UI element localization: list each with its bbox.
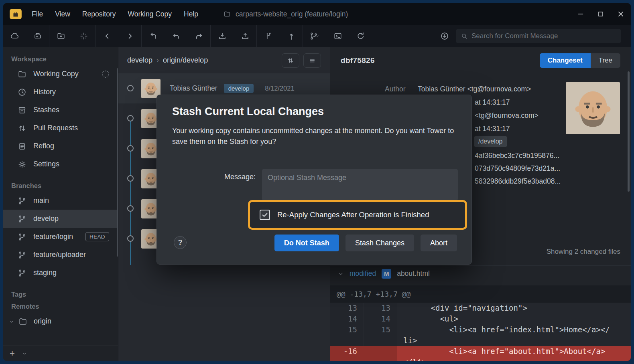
breadcrumb-remote-branch[interactable]: origin/develop (163, 56, 208, 65)
dialog-body: Your working copy contains uncommitted c… (172, 125, 457, 147)
parent-hash: 5832986ddb29f5e3bad08... (475, 177, 561, 186)
sidebar-item-label: Settings (33, 160, 59, 168)
author-time: at 14:31:17 (475, 98, 510, 107)
pull-button[interactable] (211, 25, 234, 47)
search-input[interactable] (471, 32, 616, 40)
reapply-checkbox[interactable] (260, 210, 270, 220)
terminal-icon (333, 32, 342, 40)
head-badge: HEAD (85, 232, 109, 241)
history-icon (18, 88, 26, 97)
git-branch-icon (18, 233, 26, 241)
sparkle-icon (79, 32, 88, 40)
back-button[interactable] (96, 25, 118, 47)
menu-repository[interactable]: Repository (76, 3, 122, 25)
undo-button[interactable] (165, 25, 187, 47)
git-branch-icon (18, 214, 26, 223)
sidebar-item-label: Stashes (33, 106, 59, 114)
sidebar-branch-feature-uploader[interactable]: feature/uploader (3, 246, 118, 264)
help-button[interactable]: ? (174, 236, 187, 249)
open-repo-button[interactable] (49, 25, 72, 47)
sidebar-header-workspace: Workspace (3, 53, 118, 65)
sidebar-footer: + (3, 346, 118, 361)
add-button[interactable]: + (10, 349, 15, 358)
actions-button[interactable] (72, 25, 95, 47)
maximize-button[interactable] (591, 3, 611, 25)
sidebar-item-pull-requests[interactable]: Pull Requests (3, 119, 118, 137)
window-title-group: carparts-website_orig (feature/login) (224, 10, 348, 18)
sidebar: Workspace Working Copy History Stashes P… (3, 47, 118, 361)
sidebar-item-stashes[interactable]: Stashes (3, 101, 118, 119)
commit-search[interactable] (456, 29, 621, 43)
sidebar-header-remotes: Remotes (3, 300, 118, 312)
terminal-button[interactable] (326, 25, 349, 47)
cloud-service-button[interactable] (3, 25, 26, 47)
forward-button[interactable] (118, 25, 141, 47)
fetch-indicator-button[interactable] (433, 25, 456, 47)
file-name: about.html (397, 269, 430, 278)
branch-dropdown-button[interactable] (303, 25, 326, 47)
close-button[interactable] (611, 3, 631, 25)
sidebar-branch-main[interactable]: main (3, 192, 118, 210)
merge-button[interactable] (257, 25, 280, 47)
breadcrumb-branch[interactable]: develop (127, 56, 152, 65)
sidebar-branch-develop[interactable]: develop (3, 210, 118, 228)
sidebar-item-history[interactable]: History (3, 83, 118, 101)
window-controls (571, 3, 631, 25)
local-device-button[interactable] (26, 25, 49, 47)
tab-changeset[interactable]: Changeset (540, 53, 591, 68)
git-branch-icon (18, 269, 26, 277)
forward-icon (126, 32, 134, 40)
diff-code: <ul> (397, 313, 631, 324)
details-header: dbf75826 Changeset Tree (330, 47, 631, 74)
menu-working-copy[interactable]: Working Copy (122, 3, 178, 25)
commit-node-icon (127, 115, 134, 121)
menu-file[interactable]: File (26, 3, 49, 25)
sidebar-remote-origin[interactable]: origin (3, 312, 118, 330)
menu-view[interactable]: View (49, 3, 76, 25)
sidebar-branch-staging[interactable]: staging (3, 264, 118, 282)
chevron-down-icon[interactable] (22, 351, 27, 356)
do-not-stash-button[interactable]: Do Not Stash (274, 235, 339, 251)
sidebar-scrollbar[interactable] (117, 68, 118, 257)
view-toggle: Changeset Tree (540, 53, 620, 68)
dialog-title: Stash Current Local Changes (172, 105, 324, 118)
sidebar-item-working-copy[interactable]: Working Copy (3, 65, 118, 83)
sidebar-item-settings[interactable]: Settings (3, 155, 118, 173)
old-line-number: -16 (330, 346, 364, 361)
sidebar-item-label: Reflog (33, 142, 54, 150)
list-icon (309, 57, 316, 64)
branch-ref-badge: /develop (474, 136, 507, 147)
dialog-buttons: Do Not Stash Stash Changes Abort (274, 235, 457, 251)
menu-help[interactable]: Help (178, 3, 204, 25)
new-line-number: 15 (364, 324, 397, 346)
stash-message-input[interactable] (262, 169, 458, 201)
commit-hash: dbf75826 (341, 56, 375, 65)
sidebar-item-label: Working Copy (33, 70, 79, 78)
sidebar-branch-feature-login[interactable]: feature/login HEAD (3, 228, 118, 246)
old-line-number: 15 (330, 324, 364, 346)
redo-button[interactable] (187, 25, 210, 47)
stash-changes-button[interactable]: Stash Changes (345, 235, 414, 251)
tab-tree[interactable]: Tree (591, 53, 620, 68)
diff-hunk-header: @@ -13,7 +13,7 @@ (330, 285, 631, 303)
sidebar-item-reflog[interactable]: Reflog (3, 137, 118, 155)
list-options-button[interactable] (303, 53, 321, 68)
rebase-button[interactable] (280, 25, 303, 47)
push-button[interactable] (234, 25, 256, 47)
new-line-number: 14 (364, 313, 397, 324)
details-scrollbar[interactable] (628, 71, 630, 192)
toolbar (3, 25, 631, 47)
branch-label: feature/uploader (33, 251, 86, 259)
file-status-badge: M (382, 269, 391, 279)
diff-line: 15 15 <li><a href="index.html">Home</a><… (330, 324, 631, 346)
compare-button[interactable] (282, 53, 299, 68)
minimize-button[interactable] (571, 3, 591, 25)
cloud-icon (10, 32, 19, 40)
abort-button[interactable]: Abort (421, 235, 457, 251)
branch-badge: develop (224, 84, 254, 93)
checkout-button[interactable] (142, 25, 165, 47)
changed-file-row[interactable]: modified M about.html (330, 265, 631, 281)
loading-spinner-icon (102, 71, 109, 78)
stash-dialog: Stash Current Local Changes Your working… (156, 95, 472, 265)
refresh-button[interactable] (349, 25, 372, 47)
